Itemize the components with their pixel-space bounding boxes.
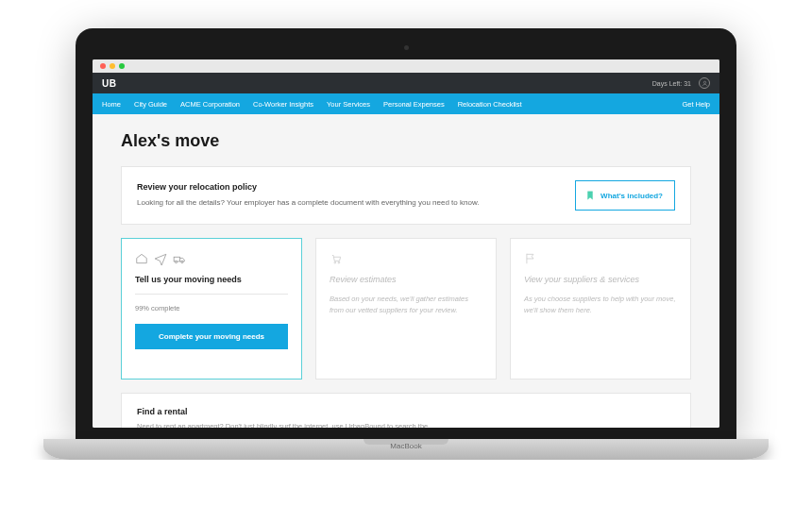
nav-city-guide[interactable]: City Guide [134, 100, 167, 109]
bookmark-icon [585, 189, 595, 202]
step-title: View your suppliers & services [524, 275, 677, 284]
device-label: MacBook [43, 442, 769, 450]
close-icon[interactable] [100, 63, 106, 69]
step-body: As you choose suppliers to help with you… [524, 294, 677, 316]
step-card-view-suppliers: View your suppliers & services As you ch… [510, 238, 691, 380]
nav-personal-expenses[interactable]: Personal Expenses [383, 100, 445, 109]
house-icon [135, 252, 148, 265]
svg-point-3 [181, 261, 183, 262]
navbar: Home City Guide ACME Corporation Co-Work… [93, 93, 719, 114]
content-area: Alex's move Review your relocation polic… [93, 114, 719, 428]
step-title: Review estimates [330, 275, 482, 284]
policy-title: Review your relocation policy [137, 182, 556, 192]
page-title: Alex's move [121, 131, 691, 151]
step-card-review-estimates: Review estimates Based on your needs, we… [315, 238, 497, 380]
nav-home[interactable]: Home [102, 100, 121, 109]
nav-coworker-insights[interactable]: Co-Worker Insights [253, 100, 313, 109]
nav-your-services[interactable]: Your Services [327, 100, 370, 109]
step-progress: 99% complete [135, 304, 288, 312]
window-chrome [93, 59, 719, 73]
svg-point-4 [334, 262, 336, 263]
complete-moving-needs-button[interactable]: Complete your moving needs [135, 324, 288, 349]
divider [135, 294, 288, 295]
minimize-icon[interactable] [110, 63, 115, 69]
laptop-base: MacBook [43, 439, 769, 460]
nav-acme-corporation[interactable]: ACME Corporation [180, 100, 240, 109]
truck-icon [173, 252, 186, 265]
svg-point-2 [175, 261, 177, 262]
svg-point-5 [338, 262, 340, 263]
policy-body: Looking for all the details? Your employ… [137, 197, 556, 209]
step-title: Tell us your moving needs [135, 275, 288, 284]
rental-body: Need to rent an apartment? Don't just bl… [137, 422, 675, 428]
avatar-icon[interactable] [699, 77, 710, 89]
whats-included-button[interactable]: What's included? [575, 180, 675, 211]
logo[interactable]: UB [102, 78, 116, 89]
step-card-moving-needs[interactable]: Tell us your moving needs 99% complete C… [121, 238, 302, 380]
topbar: UB Days Left: 31 [93, 73, 719, 93]
maximize-icon[interactable] [119, 63, 125, 69]
days-left-label: Days Left: 31 [652, 80, 691, 87]
plane-icon [154, 252, 167, 265]
nav-get-help[interactable]: Get Help [682, 100, 710, 109]
flag-icon [524, 252, 537, 265]
svg-point-0 [703, 81, 705, 83]
step-body: Based on your needs, we'll gather estima… [330, 294, 482, 316]
nav-relocation-checklist[interactable]: Relocation Checklist [458, 100, 522, 109]
camera-dot [404, 45, 409, 50]
whats-included-label: What's included? [601, 192, 663, 200]
rental-card: Find a rental Need to rent an apartment?… [121, 393, 691, 428]
rental-title: Find a rental [137, 407, 675, 416]
cart-icon [330, 252, 343, 265]
policy-card: Review your relocation policy Looking fo… [121, 166, 691, 225]
